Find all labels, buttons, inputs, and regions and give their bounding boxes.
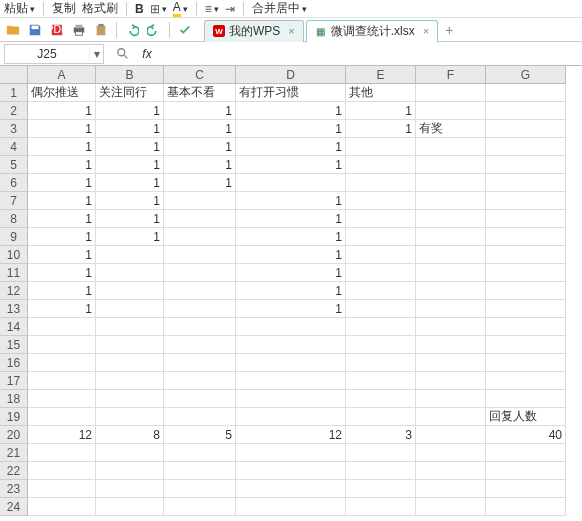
- cell[interactable]: [416, 84, 486, 102]
- cell[interactable]: 12: [236, 426, 346, 444]
- cell[interactable]: [96, 372, 164, 390]
- row-header[interactable]: 24: [0, 498, 28, 516]
- cell[interactable]: 1: [28, 120, 96, 138]
- cell[interactable]: [236, 354, 346, 372]
- undo-icon[interactable]: [123, 21, 141, 39]
- paste-group[interactable]: 粘贴▾: [4, 0, 35, 17]
- cell[interactable]: 1: [96, 210, 164, 228]
- cell[interactable]: 1: [28, 138, 96, 156]
- cell[interactable]: [346, 174, 416, 192]
- cell[interactable]: [28, 498, 96, 516]
- pdf-export-icon[interactable]: PDF: [48, 21, 66, 39]
- cell[interactable]: 基本不看: [164, 84, 236, 102]
- cell[interactable]: [416, 174, 486, 192]
- row-header[interactable]: 13: [0, 300, 28, 318]
- cell[interactable]: [486, 354, 566, 372]
- row-header[interactable]: 6: [0, 174, 28, 192]
- cell[interactable]: [346, 156, 416, 174]
- cell[interactable]: 1: [28, 264, 96, 282]
- cell[interactable]: [28, 336, 96, 354]
- cell[interactable]: [346, 210, 416, 228]
- cell[interactable]: [28, 372, 96, 390]
- cell[interactable]: [236, 390, 346, 408]
- cell[interactable]: 12: [28, 426, 96, 444]
- cell[interactable]: [96, 354, 164, 372]
- cell[interactable]: [236, 408, 346, 426]
- cell[interactable]: [416, 444, 486, 462]
- row-header[interactable]: 21: [0, 444, 28, 462]
- row-header[interactable]: 16: [0, 354, 28, 372]
- row-header[interactable]: 22: [0, 462, 28, 480]
- cell[interactable]: [416, 408, 486, 426]
- cell[interactable]: [28, 390, 96, 408]
- cell[interactable]: 1: [164, 102, 236, 120]
- cell[interactable]: [164, 390, 236, 408]
- cell[interactable]: [486, 318, 566, 336]
- cell[interactable]: 1: [28, 102, 96, 120]
- fill-color-dropdown[interactable]: A▾: [173, 0, 188, 17]
- cell[interactable]: [416, 228, 486, 246]
- cell[interactable]: [416, 156, 486, 174]
- close-icon[interactable]: ×: [288, 25, 294, 37]
- spreadsheet-grid[interactable]: ABCDEFG 12345678910111213141516171819202…: [0, 66, 582, 521]
- cell[interactable]: [416, 426, 486, 444]
- cell[interactable]: 1: [236, 156, 346, 174]
- cell[interactable]: [164, 444, 236, 462]
- cell[interactable]: [96, 300, 164, 318]
- format-painter-button[interactable]: 格式刷: [82, 0, 118, 17]
- cell[interactable]: [486, 174, 566, 192]
- cell[interactable]: [96, 408, 164, 426]
- cell[interactable]: 1: [28, 210, 96, 228]
- cell[interactable]: [416, 336, 486, 354]
- cell[interactable]: [416, 462, 486, 480]
- cell[interactable]: [96, 444, 164, 462]
- cell[interactable]: [164, 354, 236, 372]
- cell[interactable]: [236, 462, 346, 480]
- cell[interactable]: [236, 174, 346, 192]
- tab-file-active[interactable]: ▦ 微调查统计.xlsx ×: [306, 20, 438, 42]
- cell[interactable]: 有打开习惯: [236, 84, 346, 102]
- column-header[interactable]: G: [486, 66, 566, 84]
- cell[interactable]: [346, 336, 416, 354]
- cell[interactable]: [346, 444, 416, 462]
- cell[interactable]: 回复人数: [486, 408, 566, 426]
- cell[interactable]: [416, 498, 486, 516]
- cell[interactable]: [486, 336, 566, 354]
- cell[interactable]: [486, 444, 566, 462]
- row-header[interactable]: 17: [0, 372, 28, 390]
- cell[interactable]: [486, 300, 566, 318]
- dropdown-icon[interactable]: ▾: [89, 47, 103, 61]
- cell[interactable]: 关注同行: [96, 84, 164, 102]
- cell[interactable]: [28, 318, 96, 336]
- row-header[interactable]: 23: [0, 480, 28, 498]
- cell[interactable]: [486, 156, 566, 174]
- cell[interactable]: 8: [96, 426, 164, 444]
- cell[interactable]: [96, 480, 164, 498]
- row-header[interactable]: 10: [0, 246, 28, 264]
- column-header[interactable]: F: [416, 66, 486, 84]
- border-dropdown[interactable]: ⊞▾: [150, 2, 167, 16]
- cell[interactable]: [164, 498, 236, 516]
- cell[interactable]: [346, 354, 416, 372]
- row-header[interactable]: 15: [0, 336, 28, 354]
- zoom-icon[interactable]: [114, 45, 132, 63]
- row-header[interactable]: 12: [0, 282, 28, 300]
- cell[interactable]: [164, 282, 236, 300]
- close-icon[interactable]: ×: [423, 25, 429, 37]
- cell[interactable]: 5: [164, 426, 236, 444]
- cell[interactable]: 1: [236, 138, 346, 156]
- cell[interactable]: [416, 390, 486, 408]
- cell[interactable]: 1: [96, 156, 164, 174]
- cell[interactable]: [486, 246, 566, 264]
- cell[interactable]: [416, 282, 486, 300]
- cell[interactable]: 1: [236, 264, 346, 282]
- cell[interactable]: 1: [28, 156, 96, 174]
- cell[interactable]: [486, 120, 566, 138]
- cell[interactable]: [346, 246, 416, 264]
- cell[interactable]: [164, 480, 236, 498]
- row-header[interactable]: 7: [0, 192, 28, 210]
- cell[interactable]: [236, 498, 346, 516]
- cell[interactable]: [164, 408, 236, 426]
- cell[interactable]: [164, 246, 236, 264]
- cell[interactable]: 1: [28, 282, 96, 300]
